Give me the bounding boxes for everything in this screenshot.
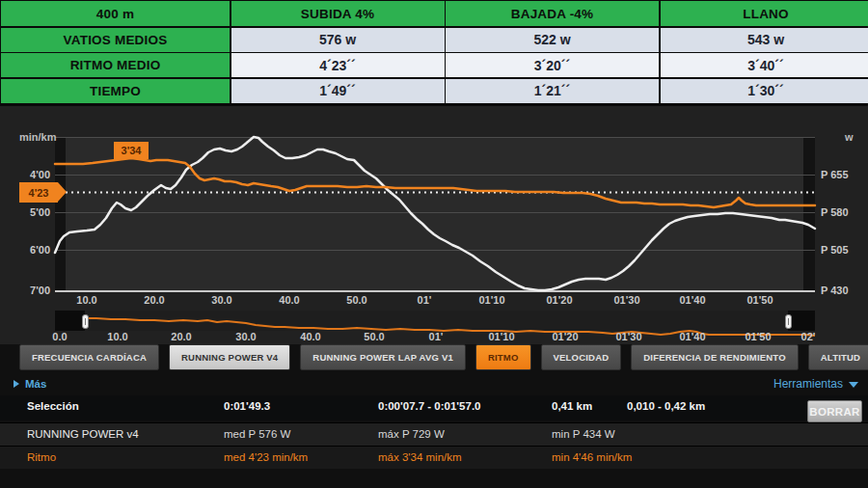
tab-running-power-lap-avg-v1[interactable]: RUNNING POWER LAP AVG V1: [300, 344, 466, 370]
mini-x-axis-tick: 01': [415, 331, 457, 342]
row-label-ritmo: RITMO MEDIO: [1, 53, 230, 77]
tab-altitud[interactable]: ALTITUD: [808, 344, 868, 370]
borrar-button[interactable]: BORRAR: [807, 400, 862, 422]
mini-x-axis-tick: 10.0: [96, 331, 139, 342]
herramientas-dropdown-icon: [849, 382, 858, 388]
tab-frecuencia-cardiaca[interactable]: FRECUENCIA CARDÍACA: [19, 344, 159, 370]
table-cell: 1´49´´: [231, 79, 445, 103]
table-cell: 3´40´´: [661, 53, 868, 77]
right-axis-tick: P 655: [821, 169, 849, 180]
x-axis-tick: 30.0: [201, 294, 243, 306]
mini-x-axis-tick: 01'50: [737, 331, 779, 342]
x-axis-tick: 01'20: [538, 294, 581, 306]
tab-velocidad[interactable]: VELOCIDAD: [541, 344, 622, 370]
selection-time-range: 0:00'07.7 - 0:01'57.0: [378, 400, 481, 412]
ritmo-min: min 4'46 min/km: [552, 451, 632, 463]
table-cell: 1´21´´: [446, 79, 659, 103]
selection-distance-range: 0,010 - 0,42 km: [627, 400, 705, 412]
table-header-distance: 400 m: [1, 1, 230, 26]
unselected-region-left: [55, 137, 66, 290]
selection-duration: 0:01'49.3: [224, 400, 270, 412]
gridline: [55, 175, 815, 176]
table-cell: 1´30´´: [661, 79, 868, 103]
mas-arrow-icon: [14, 380, 19, 388]
unselected-region-right: [803, 137, 815, 290]
mini-x-axis-tick: 01'20: [544, 331, 586, 342]
activity-analysis-page: 400 m SUBIDA 4% BAJADA -4% LLANO VATIOS …: [0, 0, 868, 488]
mini-x-axis-tick: 20.0: [160, 331, 203, 342]
right-axis-tick: P 580: [821, 206, 849, 218]
left-axis-tick: 6'00: [15, 244, 50, 256]
power-row-label: RUNNING POWER v4: [27, 428, 139, 440]
x-axis-tick: 01'40: [671, 294, 714, 306]
mini-unselected-left: [55, 311, 85, 331]
mas-link[interactable]: Más: [14, 378, 46, 390]
selection-distance: 0,41 km: [552, 400, 592, 412]
mini-x-axis-tick: 01'10: [480, 331, 523, 342]
mini-unselected-right: [788, 311, 815, 331]
x-axis-tick: 01'30: [606, 294, 648, 306]
mini-x-axis-tick: 0.0: [39, 331, 81, 342]
ritmo-med: med 4'23 min/km: [224, 451, 308, 463]
ritmo-row-label: Ritmo: [27, 451, 56, 463]
selection-label: Selección: [27, 400, 79, 412]
table-cell: 576 w: [231, 28, 445, 52]
left-axis-unit: min/km: [19, 131, 57, 143]
table-cell: 3´20´´: [446, 53, 659, 77]
x-axis-tick: 01': [403, 294, 446, 306]
ritmo-stats-row: Ritmo med 4'23 min/km máx 3'34 min/km mi…: [0, 446, 868, 469]
table-cell: 522 w: [446, 28, 659, 52]
mini-x-axis-tick: 01'40: [671, 331, 714, 342]
right-axis-tick: P 430: [821, 285, 849, 296]
x-axis-tick: 01'10: [471, 294, 513, 306]
footer-links-row: Más Herramientas: [0, 376, 868, 394]
table-header-subida: SUBIDA 4%: [231, 1, 445, 26]
x-axis-tick: 40.0: [268, 294, 311, 306]
mini-chart-right-handle[interactable]: [785, 314, 792, 329]
table-header-llano: LLANO: [661, 1, 868, 26]
power-stats-row: RUNNING POWER v4 med P 576 W máx P 729 W…: [0, 422, 868, 446]
avg-pace-axis-badge: 4'23: [19, 182, 58, 203]
row-label-tiempo: TIEMPO: [1, 79, 230, 103]
gridline: [55, 137, 815, 138]
chart-plot-area[interactable]: [55, 137, 815, 290]
row-label-vatios: VATIOS MEDIOS: [1, 28, 230, 52]
table-cell: 543 w: [661, 28, 868, 52]
right-axis-tick: P 505: [821, 244, 849, 256]
max-pace-badge: 3'34: [114, 142, 149, 159]
power-min: min P 434 W: [552, 428, 615, 440]
mini-x-axis-tick: 50.0: [353, 331, 395, 342]
gridline: [55, 250, 815, 251]
table-header-bajada: BAJADA -4%: [446, 1, 659, 26]
metric-tabs: FRECUENCIA CARDÍACA RUNNING POWER V4 RUN…: [19, 344, 868, 369]
lap-summary-table: 400 m SUBIDA 4% BAJADA -4% LLANO VATIOS …: [0, 0, 867, 106]
mini-x-axis-tick: 01'30: [608, 331, 650, 342]
gridline: [55, 212, 815, 213]
table-cell: 4´23´´: [231, 53, 445, 77]
left-axis-tick: 5'00: [15, 206, 50, 218]
herramientas-link[interactable]: Herramientas: [773, 377, 858, 391]
tab-running-power-v4[interactable]: RUNNING POWER V4: [169, 344, 290, 370]
left-axis-tick: 7'00: [15, 285, 50, 296]
selection-row: Selección 0:01'49.3 0:00'07.7 - 0:01'57.…: [0, 395, 868, 420]
tab-diferencia-de-rendimiento[interactable]: DIFERENCIA DE RENDIMIENTO: [631, 344, 799, 370]
left-axis-tick: 4'00: [15, 169, 50, 180]
tab-ritmo[interactable]: RITMO: [475, 344, 531, 370]
x-axis-tick: 20.0: [133, 294, 176, 306]
x-axis-line: [55, 290, 815, 292]
mini-x-axis-tick: 40.0: [289, 331, 332, 342]
x-axis-tick: 50.0: [336, 294, 378, 306]
mini-chart-scrubber[interactable]: [55, 311, 815, 331]
ritmo-max: máx 3'34 min/km: [378, 451, 462, 463]
power-med: med P 576 W: [224, 428, 290, 440]
power-max: máx P 729 W: [378, 428, 445, 440]
x-axis-tick: 01'50: [739, 294, 781, 306]
mini-x-axis-tick: 30.0: [225, 331, 267, 342]
mini-x-axis-tick: 02': [787, 331, 829, 342]
x-axis-tick: 10.0: [66, 294, 108, 306]
mini-chart-left-handle[interactable]: [82, 314, 89, 329]
right-axis-unit: w: [845, 131, 854, 143]
